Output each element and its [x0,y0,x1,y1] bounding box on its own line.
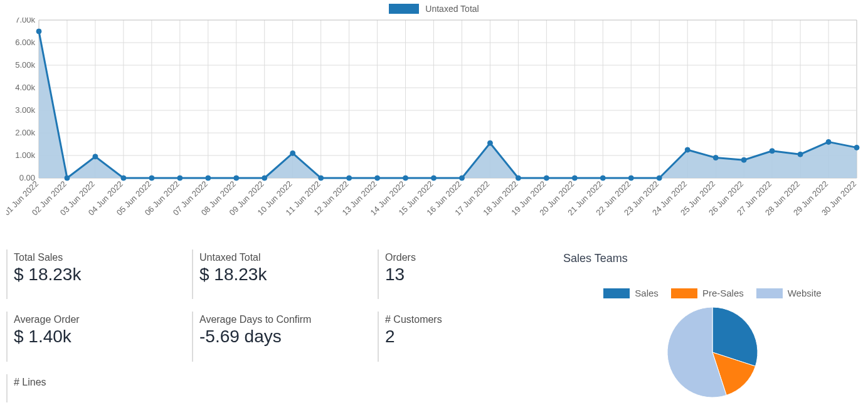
kpi-total-sales: Total Sales $ 18.23k [6,249,186,299]
pie-swatch-icon [756,288,783,298]
kpi-label: Average Days to Confirm [199,314,371,325]
svg-text:4.00k: 4.00k [15,83,35,92]
kpi-customers: # Customers 2 [378,312,557,361]
svg-point-70 [713,155,718,160]
svg-point-57 [347,176,352,181]
kpi-label: # Lines [14,377,186,388]
pie-swatch-icon [603,288,630,298]
svg-point-56 [319,176,324,181]
svg-point-68 [657,176,662,181]
sales-teams-title: Sales Teams [563,252,862,265]
svg-point-64 [544,176,549,181]
svg-text:1.00k: 1.00k [15,150,35,160]
sales-teams-panel: Sales Teams Sales Pre-Sales Website [563,249,862,402]
svg-point-60 [431,176,437,181]
svg-point-71 [741,157,746,162]
pie-chart-wrap [563,302,862,402]
svg-point-75 [854,145,859,150]
kpi-orders: Orders 13 [378,249,557,299]
kpi-value: $ 18.23k [14,265,186,285]
svg-text:2.00k: 2.00k [15,128,35,137]
svg-text:3.00k: 3.00k [15,105,35,115]
svg-point-61 [459,176,464,181]
pie-chart-svg [662,302,763,402]
kpi-label: Untaxed Total [199,252,371,263]
svg-point-66 [600,176,605,181]
kpi-label: Orders [385,252,557,263]
svg-point-54 [262,176,267,181]
svg-point-65 [572,176,577,181]
svg-point-62 [487,140,492,145]
svg-point-50 [149,176,154,181]
kpi-label: # Customers [385,314,557,325]
pie-legend-label: Sales [635,288,659,298]
pie-swatch-icon [671,288,697,298]
svg-point-72 [770,149,775,154]
svg-point-46 [36,29,41,34]
kpi-grid: Total Sales $ 18.23k Untaxed Total $ 18.… [6,249,862,402]
svg-text:7.00k: 7.00k [15,18,35,24]
kpi-untaxed-total: Untaxed Total $ 18.23k [192,249,371,299]
svg-point-73 [798,152,803,157]
svg-point-59 [403,176,408,181]
kpi-lines: # Lines [6,374,186,402]
svg-point-58 [375,176,380,181]
pie-legend-item-sales: Sales [603,288,659,298]
kpi-value: 13 [385,265,557,285]
svg-text:5.00k: 5.00k [15,60,35,70]
untaxed-total-chart: Untaxed Total 0.001.00k2.00k3.00k4.00k5.… [6,3,862,228]
line-chart-svg: 0.001.00k2.00k3.00k4.00k5.00k6.00k7.00k0… [6,18,862,228]
svg-point-47 [65,176,70,181]
kpi-average-order: Average Order $ 1.40k [6,312,186,361]
legend-label: Untaxed Total [425,4,479,14]
legend-swatch-icon [389,4,419,14]
pie-legend-label: Pre-Sales [702,288,744,298]
kpi-average-days-confirm: Average Days to Confirm -5.69 days [192,312,371,361]
kpi-label: Average Order [14,314,186,325]
svg-text:6.00k: 6.00k [15,38,35,47]
kpi-value: $ 18.23k [199,265,371,285]
svg-point-48 [93,154,98,159]
svg-point-53 [234,176,239,181]
svg-point-67 [628,176,633,181]
dashboard: Untaxed Total 0.001.00k2.00k3.00k4.00k5.… [0,0,868,420]
svg-point-74 [826,139,831,144]
chart-legend: Untaxed Total [6,3,862,18]
kpi-value: 2 [385,327,557,347]
svg-point-52 [206,176,211,181]
pie-legend: Sales Pre-Sales Website [563,288,862,298]
pie-legend-item-website: Website [756,288,822,298]
kpi-value: -5.69 days [199,327,371,347]
pie-legend-item-presales: Pre-Sales [671,288,744,298]
svg-point-51 [177,176,183,181]
svg-point-49 [121,176,126,181]
svg-point-69 [685,147,690,152]
svg-point-63 [516,176,521,181]
pie-legend-label: Website [788,288,822,298]
kpi-value: $ 1.40k [14,327,186,347]
svg-point-55 [290,150,295,155]
kpi-label: Total Sales [14,252,186,263]
